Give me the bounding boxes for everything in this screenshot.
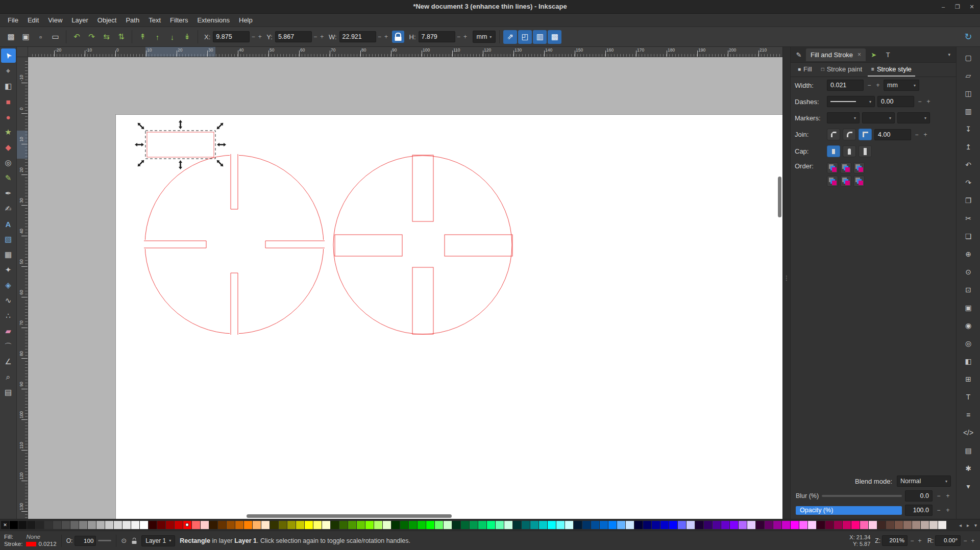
blur-input[interactable]: 0.0 xyxy=(905,490,933,502)
palette-swatch[interactable] xyxy=(834,521,842,529)
zoom-decrement-button[interactable]: − xyxy=(909,536,915,546)
toolbar-overflow-button[interactable]: ▾ xyxy=(962,480,975,493)
palette-swatch[interactable] xyxy=(88,521,96,529)
rotation-increment-button[interactable]: + xyxy=(970,536,976,546)
palette-swatch[interactable] xyxy=(53,521,61,529)
palette-swatch[interactable] xyxy=(513,521,521,529)
palette-swatch[interactable] xyxy=(799,521,807,529)
ungroup-button[interactable]: ◎ xyxy=(962,337,975,350)
fill-stroke-dock-tab[interactable]: Fill and Stroke × xyxy=(806,48,866,61)
close-icon[interactable]: × xyxy=(857,51,861,58)
vertical-ruler[interactable]: -100102030405060708090100110120130 xyxy=(17,57,28,519)
layer-selector[interactable]: Layer 1 ▾ xyxy=(141,535,175,546)
palette-swatch[interactable] xyxy=(851,521,860,529)
paint-order-option-4[interactable] xyxy=(827,176,838,187)
palette-swatch[interactable] xyxy=(608,521,617,529)
select-all-button[interactable]: ▩ xyxy=(4,30,18,44)
palette-swatch[interactable] xyxy=(617,521,625,529)
palette-swatch[interactable] xyxy=(296,521,304,529)
palette-swatch[interactable] xyxy=(409,521,417,529)
selection-handle-sw[interactable] xyxy=(136,159,145,168)
dock-splitter[interactable]: ⋮ xyxy=(782,47,790,519)
x-increment-button[interactable]: + xyxy=(257,32,263,42)
menu-text[interactable]: Text xyxy=(144,14,165,27)
zoom-tool[interactable]: ⌕ xyxy=(1,370,16,384)
paint-bucket-tool[interactable]: ◈ xyxy=(1,278,16,292)
menu-filters[interactable]: Filters xyxy=(165,14,192,27)
shape-builder-tool[interactable]: ◧ xyxy=(1,79,16,93)
opacity-slider[interactable]: Opacity (%) xyxy=(796,506,902,515)
palette-swatch[interactable] xyxy=(600,521,608,529)
h-input[interactable]: 7.879 xyxy=(419,31,455,42)
palette-swatch[interactable] xyxy=(869,521,877,529)
tweak-tool[interactable]: ∿ xyxy=(1,293,16,308)
crosshair-rect-1[interactable] xyxy=(412,155,433,221)
palette-swatch[interactable] xyxy=(131,521,139,529)
palette-swatch[interactable] xyxy=(365,521,374,529)
palette-swatch[interactable] xyxy=(166,521,174,529)
blend-mode-dropdown[interactable]: Normal ▾ xyxy=(897,476,951,487)
preferences-button[interactable]: ✱ xyxy=(962,462,975,475)
mesh-gradient-tool[interactable]: ▦ xyxy=(1,247,16,262)
palette-swatch[interactable] xyxy=(582,521,591,529)
palette-swatch[interactable] xyxy=(426,521,434,529)
palette-swatch[interactable] xyxy=(175,521,183,529)
paint-order-option-2[interactable] xyxy=(840,162,851,173)
palette-swatch[interactable] xyxy=(721,521,729,529)
zoom-selection-button[interactable]: ⊕ xyxy=(962,247,975,261)
h-increment-button[interactable]: + xyxy=(462,32,469,42)
palette-swatch[interactable] xyxy=(478,521,486,529)
rotation-decrement-button[interactable]: − xyxy=(962,536,968,546)
palette-swatch[interactable] xyxy=(62,521,70,529)
palette-swatch[interactable] xyxy=(530,521,538,529)
menu-help[interactable]: Help xyxy=(234,14,257,27)
palette-swatch[interactable] xyxy=(227,521,235,529)
scale-corners-toggle[interactable]: ◰ xyxy=(518,30,532,44)
palette-swatch[interactable] xyxy=(201,521,209,529)
palette-swatch[interactable] xyxy=(877,521,886,529)
palette-swatch[interactable] xyxy=(713,521,721,529)
paint-order-option-6[interactable] xyxy=(853,176,865,187)
palette-swatch[interactable] xyxy=(44,521,53,529)
palette-swatch[interactable] xyxy=(782,521,790,529)
move-gradients-toggle[interactable]: ▥ xyxy=(533,30,547,44)
cap-square-button[interactable] xyxy=(859,145,872,157)
palette-swatch[interactable] xyxy=(391,521,400,529)
palette-swatch[interactable] xyxy=(452,521,460,529)
selectors-dock-tab[interactable]: ➤ xyxy=(867,48,880,61)
palette-swatch[interactable] xyxy=(339,521,348,529)
mid-marker-dropdown[interactable]: ▾ xyxy=(862,112,895,123)
paint-order-option-5[interactable] xyxy=(840,176,851,187)
layers-dialog-button[interactable]: ≡ xyxy=(962,408,975,421)
palette-swatch[interactable] xyxy=(522,521,530,529)
palette-swatch[interactable] xyxy=(643,521,651,529)
export-button[interactable]: ↥ xyxy=(962,140,975,154)
y-increment-button[interactable]: + xyxy=(319,32,325,42)
palette-swatch[interactable] xyxy=(634,521,643,529)
palette-swatch[interactable] xyxy=(817,521,825,529)
text-font-dock-tab[interactable]: T xyxy=(881,48,894,61)
move-patterns-toggle[interactable]: ▩ xyxy=(548,30,561,44)
blur-increment-button[interactable]: + xyxy=(945,491,951,501)
palette-swatch[interactable] xyxy=(105,521,113,529)
palette-swatch[interactable] xyxy=(253,521,261,529)
palette-swatch[interactable] xyxy=(374,521,382,529)
stroke-width-input[interactable]: 0.021 xyxy=(827,80,864,91)
undo-button[interactable]: ↶ xyxy=(962,158,975,171)
w-input[interactable]: 22.921 xyxy=(339,31,376,42)
xml-editor-button[interactable]: </> xyxy=(962,426,975,439)
selection-box-toggle[interactable]: ▭ xyxy=(48,30,62,44)
miter-increment-button[interactable]: + xyxy=(922,130,928,140)
box-3d-tool[interactable]: ◆ xyxy=(1,140,16,155)
palette-swatch[interactable] xyxy=(574,521,582,529)
stroke-unit-dropdown[interactable]: mm ▾ xyxy=(884,80,919,91)
zoom-increment-button[interactable]: + xyxy=(917,536,923,546)
join-round-button[interactable] xyxy=(843,129,856,140)
rotate-cw-button[interactable]: ↷ xyxy=(85,30,99,44)
selection-handle-ne[interactable] xyxy=(215,121,225,131)
rotate-ccw-button[interactable]: ↶ xyxy=(70,30,84,44)
import-button[interactable]: ↧ xyxy=(962,122,975,136)
palette-swatch[interactable] xyxy=(747,521,755,529)
ellipse-tool[interactable]: ● xyxy=(1,110,16,124)
redo-button[interactable]: ↷ xyxy=(962,176,975,189)
